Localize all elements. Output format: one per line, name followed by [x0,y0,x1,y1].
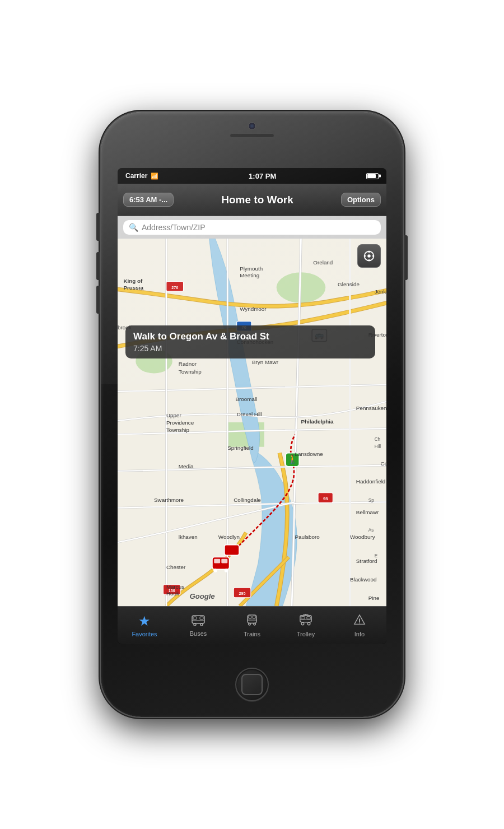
svg-text:Broomall: Broomall [235,396,257,402]
svg-text:295: 295 [239,592,246,596]
svg-text:Lansdowne: Lansdowne [295,451,324,457]
svg-point-93 [301,622,304,625]
tab-trains[interactable]: Trains [225,607,279,644]
svg-text:Bellmawr: Bellmawr [356,509,379,515]
location-button[interactable] [357,244,381,268]
svg-text:Woodlyn: Woodlyn [218,534,240,540]
bus-icon [192,614,205,628]
nav-time-pill[interactable]: 6:53 AM -... [123,193,174,207]
svg-rect-6 [221,559,227,563]
battery-icon [366,173,379,179]
svg-text:Pennsauken: Pennsauken [356,405,386,411]
svg-text:Springfield: Springfield [227,445,253,451]
camera [248,122,256,130]
map-area[interactable]: 🚶 🚌 76 276 95 130 [118,239,386,606]
svg-text:lkhaven: lkhaven [179,534,198,540]
svg-point-87 [254,623,256,625]
svg-point-7 [213,569,217,572]
tab-trolley-label: Trolley [297,631,315,637]
status-bar: Carrier 📶 1:07 PM [118,168,386,184]
svg-text:Collingdale: Collingdale [234,497,261,503]
svg-text:Paulsboro: Paulsboro [295,534,320,540]
svg-rect-9 [225,545,239,556]
svg-text:Drexel Hill: Drexel Hill [237,411,262,417]
svg-text:Blackwood: Blackwood [350,576,377,583]
phone-top-bar [230,122,274,138]
phone-device: Carrier 📶 1:07 PM 6:53 AM -... Home to W… [101,112,403,717]
trolley-icon [299,614,312,629]
svg-point-98 [359,622,360,623]
search-bar: 🔍 [118,216,386,239]
carrier-label: Carrier [125,172,147,180]
svg-text:Bryn Mawr: Bryn Mawr [252,359,279,365]
svg-text:Upper: Upper [166,412,181,418]
star-icon: ★ [138,613,151,629]
svg-point-86 [249,623,251,625]
map-tooltip-title: Walk to Oregon Av & Broad St [133,331,367,342]
home-button-inner [241,674,263,695]
svg-text:Providence: Providence [166,420,194,426]
svg-text:Collingswood: Collingswood [381,460,386,467]
svg-point-71 [367,254,371,258]
svg-text:Google: Google [189,592,214,600]
svg-text:Marcus: Marcus [166,584,184,590]
svg-text:E: E [375,553,378,558]
svg-rect-91 [307,616,310,619]
tab-favorites[interactable]: ★ Favorites [118,607,171,644]
svg-text:Radnor: Radnor [179,361,197,367]
svg-rect-77 [193,617,197,620]
svg-text:Meeting: Meeting [240,272,259,278]
svg-text:Township: Township [179,369,202,375]
svg-text:Hill: Hill [375,444,381,449]
info-icon [353,614,366,629]
train-icon [246,614,258,629]
svg-text:Plymouth: Plymouth [240,266,263,272]
location-icon [363,250,375,262]
svg-text:Woodbury: Woodbury [350,534,375,540]
svg-rect-5 [214,559,220,563]
svg-text:Pine: Pine [368,595,380,601]
status-time: 1:07 PM [249,172,276,180]
svg-text:Wyndmoor: Wyndmoor [240,306,267,312]
nav-bar: 6:53 AM -... Home to Work Options [118,184,386,216]
svg-text:276: 276 [171,286,178,290]
svg-rect-78 [200,617,203,620]
svg-rect-90 [301,616,305,619]
map-tooltip-time: 7:25 AM [133,344,367,353]
svg-text:Philadelphia: Philadelphia [301,418,333,425]
svg-text:King of: King of [123,278,143,284]
status-right [366,173,379,179]
home-button[interactable] [235,668,269,701]
tab-bar: ★ Favorites Bu [118,606,386,644]
svg-text:Jenkintown: Jenkintown [375,288,386,295]
svg-point-94 [307,622,310,625]
svg-text:Swarthmore: Swarthmore [154,497,184,503]
svg-rect-83 [249,616,252,618]
svg-text:Ch: Ch [375,437,381,442]
tab-info[interactable]: Info [333,607,386,644]
tab-trolley[interactable]: Trolley [279,607,333,644]
search-input[interactable] [142,223,375,232]
svg-text:95: 95 [323,496,328,501]
svg-text:Haddonfield: Haddonfield [356,478,385,485]
nav-title: Home to Work [221,194,293,206]
wifi-icon: 📶 [151,173,158,180]
svg-text:Sp: Sp [368,498,374,503]
status-left: Carrier 📶 [125,172,158,180]
options-button[interactable]: Options [341,193,381,207]
svg-text:Media: Media [179,463,194,469]
map-tooltip: Walk to Oregon Av & Broad St 7:25 AM [125,325,375,358]
svg-text:Oreland: Oreland [313,259,333,266]
svg-point-80 [200,623,203,626]
svg-text:Glenside: Glenside [338,281,360,287]
tab-favorites-label: Favorites [132,631,157,637]
speaker [230,133,274,138]
svg-text:Chester: Chester [166,564,186,570]
svg-text:As: As [368,528,374,533]
svg-text:Stratford: Stratford [356,558,377,564]
tab-trains-label: Trains [244,631,260,637]
tab-buses-label: Buses [190,630,207,637]
tab-buses[interactable]: Buses [171,607,225,644]
search-input-wrapper[interactable]: 🔍 [123,220,381,235]
svg-text:Prussia: Prussia [123,285,143,291]
